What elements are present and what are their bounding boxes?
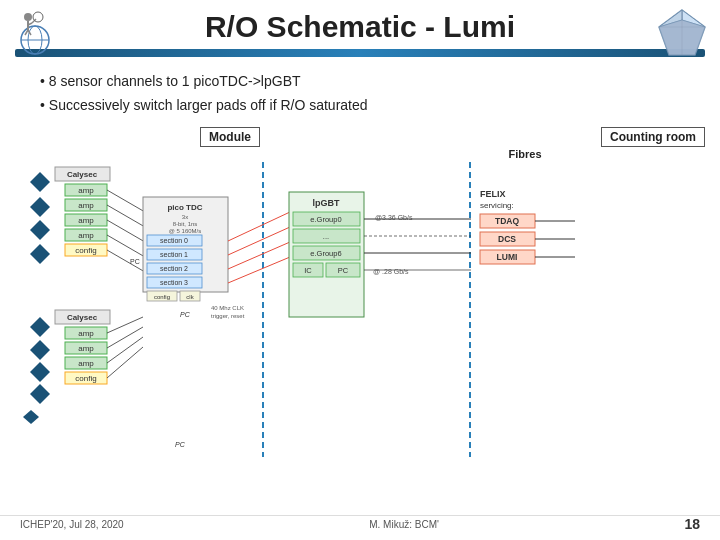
svg-text:amp: amp [78,186,94,195]
svg-line-80 [228,212,290,241]
svg-text:section 1: section 1 [160,251,188,258]
svg-text:@ .28 Gb/s: @ .28 Gb/s [373,268,409,275]
svg-point-9 [33,12,43,22]
svg-text:amp: amp [78,359,94,368]
svg-marker-21 [30,244,50,264]
svg-text:amp: amp [78,344,94,353]
svg-line-82 [228,242,290,269]
svg-text:trigger, reset: trigger, reset [211,313,245,319]
svg-text:DCS: DCS [498,234,516,244]
svg-text:config: config [75,374,96,383]
svg-text:FELIX: FELIX [480,189,506,199]
svg-marker-18 [30,172,50,192]
svg-text:PC: PC [338,266,349,275]
svg-text:config: config [75,246,96,255]
footer: ICHEP'20, Jul 28, 2020 M. Mikuž: BCM' 18 [0,515,720,532]
svg-text:section 0: section 0 [160,237,188,244]
svg-text:e.Group0: e.Group0 [310,215,341,224]
svg-text:TDAQ: TDAQ [495,216,519,226]
footer-left: ICHEP'20, Jul 28, 2020 [20,519,124,530]
svg-marker-62 [30,362,50,382]
module-label: Module [200,127,260,147]
footer-center: M. Mikuž: BCM' [369,519,439,530]
svg-line-83 [228,257,290,283]
fibres-text: Fibres [345,148,705,160]
svg-text:8-bit, 1ns: 8-bit, 1ns [173,221,198,227]
svg-marker-64 [23,410,39,424]
svg-marker-20 [30,220,50,240]
bullets-section: • 8 sensor channels to 1 picoTDC->lpGBT … [0,67,720,127]
svg-text:@ 5 160M/s: @ 5 160M/s [169,228,201,234]
svg-text:e.Group6: e.Group6 [310,249,341,258]
header: R/O Schematic - Lumi [0,0,720,49]
svg-line-77 [107,337,143,363]
svg-text:40 Mhz CLK: 40 Mhz CLK [211,305,244,311]
svg-line-78 [107,347,143,378]
blue-bar [15,49,705,57]
footer-right: 18 [684,516,700,532]
svg-text:@3.36 Gb/s: @3.36 Gb/s [375,214,413,221]
svg-text:section 3: section 3 [160,279,188,286]
svg-text:config: config [154,294,170,300]
svg-text:LUMI: LUMI [497,252,518,262]
svg-marker-61 [30,340,50,360]
svg-marker-63 [30,384,50,404]
svg-line-81 [228,227,290,255]
svg-text:...: ... [323,232,329,241]
svg-text:section 2: section 2 [160,265,188,272]
svg-marker-60 [30,317,50,337]
svg-text:amp: amp [78,231,94,240]
bullet-2: • Successively switch larger pads off if… [40,96,690,116]
svg-text:Calysec: Calysec [67,170,98,179]
logo-left [10,5,60,55]
logo-right [655,5,710,60]
svg-line-76 [107,327,143,348]
svg-text:lpGBT: lpGBT [313,198,340,208]
svg-text:amp: amp [78,216,94,225]
svg-text:servicing:: servicing: [480,201,514,210]
svg-text:amp: amp [78,329,94,338]
svg-text:PC: PC [180,311,191,318]
page-title: R/O Schematic - Lumi [205,10,515,44]
svg-text:amp: amp [78,201,94,210]
svg-marker-19 [30,197,50,217]
diagram-area: Calysec amp amp amp amp config PC pico [15,162,705,461]
svg-point-3 [24,13,32,21]
svg-text:PC: PC [175,441,186,448]
bullet-1: • 8 sensor channels to 1 picoTDC->lpGBT [40,72,690,92]
svg-text:Calysec: Calysec [67,313,98,322]
labels-row: Module Counting room Fibres [0,127,720,160]
svg-text:pico TDC: pico TDC [167,203,202,212]
svg-text:3x: 3x [182,214,188,220]
svg-text:clk: clk [186,294,194,300]
main-diagram: Calysec amp amp amp amp config PC pico [15,162,705,457]
slide: R/O Schematic - Lumi • 8 sensor channels… [0,0,720,540]
svg-text:IC: IC [304,266,312,275]
counting-room-label: Counting room [601,127,705,147]
